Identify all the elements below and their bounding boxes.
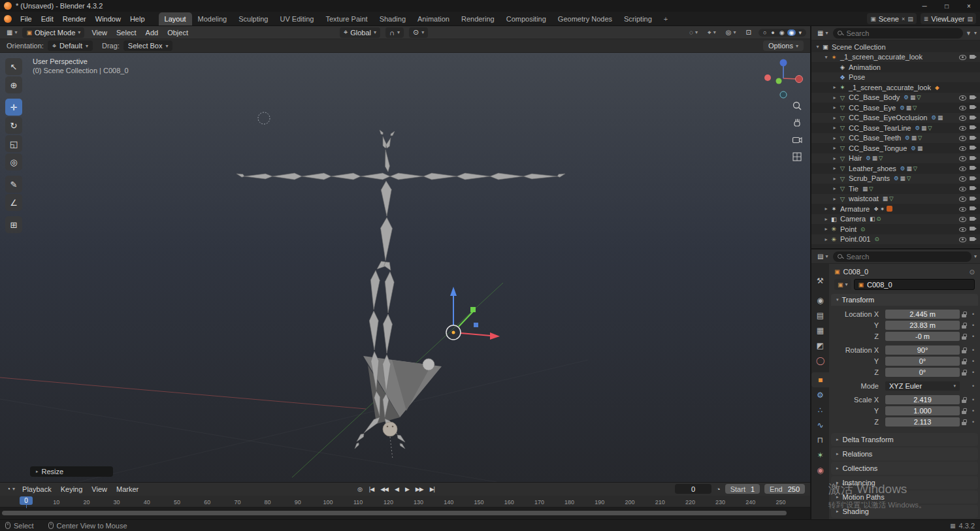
- hide-in-viewport-toggle[interactable]: [959, 175, 966, 182]
- navigation-gizmo[interactable]: [762, 57, 804, 99]
- animate-property-dot[interactable]: •: [969, 311, 977, 317]
- grid-icon[interactable]: ▦: [938, 114, 943, 121]
- disable-in-renders-toggle[interactable]: [970, 216, 977, 223]
- wrench-icon[interactable]: ⚙: [911, 145, 916, 152]
- properties-tab-object[interactable]: ■: [811, 372, 829, 387]
- outliner-item-cc-base-teeth[interactable]: ▸▽CC_Base_Teeth⚙▦▽: [811, 133, 980, 144]
- disable-in-renders-toggle[interactable]: [970, 165, 977, 172]
- show-gizmos-toggle[interactable]: ⌖ ▾: [705, 28, 719, 37]
- grid-icon[interactable]: ▦: [911, 135, 917, 141]
- animate-property-dot[interactable]: •: [969, 419, 977, 425]
- disclosure-closed-icon[interactable]: ▸: [823, 226, 830, 232]
- new-viewlayer-icon[interactable]: ▤: [967, 16, 973, 22]
- proportional-editing-toggle[interactable]: ⊙ ▾: [409, 27, 428, 38]
- filter-icon[interactable]: ▼: [966, 30, 972, 37]
- timeline-menu-playback[interactable]: Playback: [18, 484, 56, 494]
- outliner-item-leather-shoes[interactable]: ▸▽Leather_shoes⚙▦▽: [811, 163, 980, 174]
- camera-view-icon[interactable]: [791, 134, 803, 146]
- grid-icon[interactable]: ▦: [906, 165, 911, 172]
- disclosure-closed-icon[interactable]: ▸: [831, 95, 838, 101]
- orientation-default-dropdown[interactable]: ⌖ Default ▾: [48, 40, 93, 51]
- properties-tab-world[interactable]: ◯: [811, 353, 829, 368]
- hide-in-viewport-toggle[interactable]: [959, 205, 966, 212]
- wrench-icon[interactable]: ⚙: [866, 155, 871, 161]
- zoom-icon[interactable]: [791, 100, 803, 112]
- outliner-item-scrub-pants[interactable]: ▸▽Scrub_Pants⚙▦▽: [811, 174, 980, 184]
- new-scene-icon[interactable]: ▤: [907, 16, 913, 22]
- hide-in-viewport-toggle[interactable]: [959, 195, 966, 202]
- prev-keyframe-button[interactable]: ◀◀: [378, 485, 391, 493]
- outliner-item-pose[interactable]: ❖Pose: [811, 72, 980, 83]
- scene-selector[interactable]: ▣ Scene × ▤: [867, 13, 917, 24]
- selectability-dropdown[interactable]: ◌ ▾: [687, 28, 700, 37]
- outliner-item-point-001[interactable]: ▸✳Point.001⊙: [811, 234, 980, 245]
- outliner-item-1-screen-accurate-look[interactable]: ▸✶_1_screen_accurate_look◆: [811, 82, 980, 93]
- disable-in-renders-toggle[interactable]: [970, 236, 977, 243]
- panel-motion-paths[interactable]: ▸Motion Paths: [831, 491, 978, 504]
- number-field[interactable]: 0°: [885, 368, 960, 377]
- outliner-item-armature[interactable]: ▸✶Armature❖✶: [811, 204, 980, 214]
- shading-dropdown[interactable]: ▾: [796, 29, 804, 36]
- properties-tab-view-layer[interactable]: ▦: [811, 323, 829, 338]
- grid-icon[interactable]: ▦: [862, 185, 868, 192]
- play-button[interactable]: ▶: [402, 485, 412, 493]
- tool-cursor[interactable]: ⊕: [5, 76, 22, 93]
- tri-icon[interactable]: ▽: [869, 185, 874, 192]
- tool-move[interactable]: ✛: [5, 99, 22, 116]
- shading-solid-button[interactable]: ●: [769, 29, 776, 36]
- close-button[interactable]: ×: [958, 0, 980, 12]
- disclosure-closed-icon[interactable]: ▸: [831, 165, 838, 171]
- armature-mini-icon[interactable]: ✶: [880, 206, 885, 212]
- workspace-tab-animation[interactable]: Animation: [412, 12, 455, 25]
- disable-in-renders-toggle[interactable]: [970, 114, 977, 121]
- tool-scale[interactable]: ◱: [5, 135, 22, 152]
- lock-icon[interactable]: [960, 332, 969, 341]
- outliner-item-1-screen-accurate-look[interactable]: ▾✶_1_screen_accurate_look: [811, 52, 980, 63]
- hide-in-viewport-toggle[interactable]: [959, 185, 966, 192]
- wrench-icon[interactable]: ⚙: [904, 94, 909, 101]
- disable-in-renders-toggle[interactable]: [970, 124, 977, 131]
- wrench-icon[interactable]: ⚙: [900, 105, 905, 111]
- auto-keying-toggle[interactable]: ◎: [355, 485, 365, 493]
- outliner-item-camera[interactable]: ▸◧Camera◧⊙: [811, 214, 980, 225]
- menu-window[interactable]: Window: [91, 14, 125, 24]
- workspace-tab-shading[interactable]: Shading: [374, 12, 412, 25]
- number-field[interactable]: 23.83 m: [885, 321, 960, 330]
- use-preview-range-icon[interactable]: ◔: [716, 485, 721, 493]
- workspace-tab-modeling[interactable]: Modeling: [192, 12, 233, 25]
- toggle-ortho-grid-icon[interactable]: [791, 151, 803, 163]
- properties-search-input[interactable]: Search: [833, 251, 972, 262]
- lock-icon[interactable]: [960, 418, 969, 426]
- properties-tab-physics[interactable]: ∿: [811, 417, 829, 432]
- panel-relations[interactable]: ▸Relations: [831, 447, 978, 460]
- disable-in-renders-toggle[interactable]: [970, 195, 977, 202]
- hide-in-viewport-toggle[interactable]: [959, 94, 966, 101]
- pose-mini-icon[interactable]: ❖: [874, 206, 879, 212]
- hide-in-viewport-toggle[interactable]: [959, 155, 966, 162]
- disclosure-closed-icon[interactable]: ▸: [831, 125, 838, 131]
- drag-mode-dropdown[interactable]: Select Box ▾: [123, 40, 173, 51]
- hide-in-viewport-toggle[interactable]: [959, 135, 966, 142]
- armature-data-icon[interactable]: [887, 206, 892, 212]
- disable-in-renders-toggle[interactable]: [970, 205, 977, 212]
- grid-icon[interactable]: ▦: [900, 175, 906, 182]
- lock-icon[interactable]: [960, 346, 969, 355]
- wrench-icon[interactable]: ⚙: [905, 135, 910, 141]
- cam-mini-icon[interactable]: ◧: [870, 216, 875, 222]
- disclosure-closed-icon[interactable]: ▸: [831, 196, 838, 202]
- panel-instancing[interactable]: ▸Instancing: [831, 476, 978, 489]
- outliner-search-input[interactable]: Search: [833, 28, 963, 39]
- disclosure-closed-icon[interactable]: ▸: [831, 135, 838, 141]
- hide-in-viewport-toggle[interactable]: [959, 104, 966, 111]
- menu-file[interactable]: File: [16, 14, 37, 24]
- blender-menu-icon[interactable]: [4, 15, 12, 23]
- workspace-tab-scripting[interactable]: Scripting: [618, 12, 658, 25]
- tri-icon[interactable]: ▽: [913, 165, 917, 172]
- next-keyframe-button[interactable]: ▶▶: [413, 485, 426, 493]
- menu-help[interactable]: Help: [125, 14, 150, 24]
- tri-icon[interactable]: ▽: [879, 155, 883, 161]
- tool-measure[interactable]: ∠: [5, 194, 22, 211]
- mode-dropdown[interactable]: ▣ Object Mode ▾: [22, 27, 84, 38]
- lock-icon[interactable]: [960, 396, 969, 404]
- shading-material-button[interactable]: ◉: [777, 29, 787, 36]
